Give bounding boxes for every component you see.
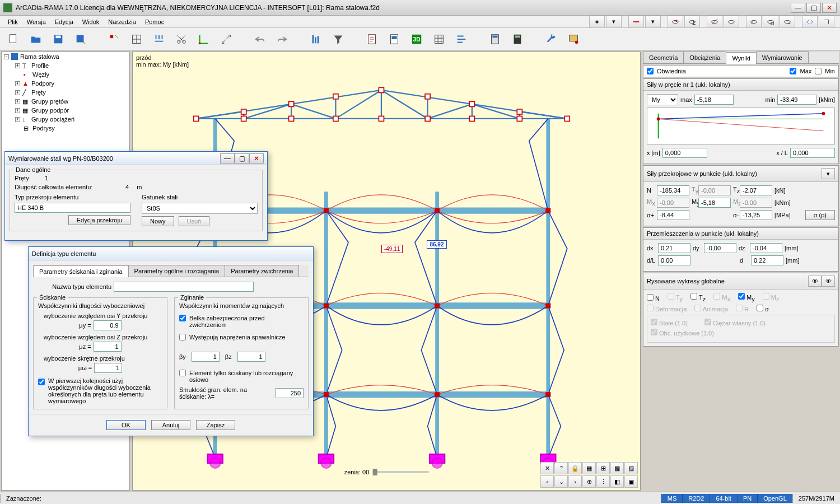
expand-icon[interactable]: + — [15, 63, 20, 68]
nav-full-icon[interactable]: ▣ — [624, 475, 638, 488]
menu-narzedzia[interactable]: Narzędzia — [104, 17, 141, 27]
view-eye-slash-icon[interactable] — [707, 16, 722, 28]
nav-target-icon[interactable]: ⊕ — [582, 475, 596, 488]
expand-icon[interactable]: + — [15, 117, 20, 122]
xl-input[interactable] — [790, 148, 835, 158]
nowy-button[interactable]: Nowy — [142, 216, 174, 226]
d-input[interactable] — [751, 255, 783, 265]
obwiednia-checkbox[interactable] — [647, 68, 654, 74]
view-eye-n-icon[interactable] — [724, 16, 739, 28]
dL-input[interactable] — [658, 255, 690, 265]
view-dim-dropdown[interactable]: ▾ — [645, 16, 661, 28]
grid-icon[interactable] — [128, 30, 146, 48]
tab-wymiarowanie[interactable]: Wymiarowanie — [756, 52, 809, 63]
menu-plik[interactable]: Plik — [3, 17, 22, 27]
tree-item-prety[interactable]: +╱Pręty — [2, 88, 129, 97]
My-input[interactable] — [698, 198, 731, 208]
expand-icon[interactable]: + — [15, 108, 20, 113]
new-file-icon[interactable] — [4, 30, 22, 48]
view-eye-grid-icon[interactable] — [763, 16, 778, 28]
tree-root[interactable]: - Rama stalowa — [2, 52, 129, 61]
osiowo-checkbox[interactable]: Element tylko ściskany lub rozciągany os… — [179, 370, 304, 383]
analysis-icon[interactable] — [307, 30, 325, 48]
mu-z-input[interactable] — [94, 342, 122, 352]
nav-grid3-icon[interactable]: ▩ — [610, 462, 624, 474]
tab-geometria[interactable]: Geometria — [643, 52, 684, 63]
view-expand-icon[interactable] — [802, 16, 818, 28]
Tz-input[interactable] — [740, 185, 772, 195]
dlg2-tab-2[interactable]: Parametry zwichrzenia — [225, 265, 299, 277]
expand-icon[interactable]: - — [4, 54, 9, 59]
menu-widok[interactable]: Widok — [78, 17, 104, 27]
zoom-track[interactable] — [372, 471, 428, 473]
max-input[interactable] — [694, 95, 734, 105]
loads-icon[interactable] — [150, 30, 168, 48]
mu-y-input[interactable] — [94, 320, 122, 330]
edycja-przekroju-button[interactable]: Edycja przekroju — [68, 215, 130, 225]
view-node-dropdown[interactable]: ▾ — [606, 16, 622, 28]
min-input[interactable] — [777, 95, 816, 105]
add-node-icon[interactable] — [105, 30, 123, 48]
view-dim-icon[interactable] — [628, 16, 644, 28]
priority-checkbox[interactable]: W pierwszej kolejności użyj współczynnik… — [38, 377, 162, 404]
tab-obciazenia[interactable]: Obciążenia — [683, 52, 726, 63]
menu-wersja[interactable]: Wersja — [22, 17, 50, 27]
filter-icon[interactable] — [329, 30, 347, 48]
zoom-slider[interactable]: zenia: 00 — [344, 469, 429, 475]
nav-sq-icon[interactable]: ◧ — [610, 475, 624, 488]
nav-up-icon[interactable]: ⌃ — [554, 462, 568, 474]
sigma-plus-input[interactable] — [657, 210, 689, 220]
3d-icon[interactable]: 3D — [408, 30, 426, 48]
nav-lock-icon[interactable]: 🔒 — [568, 462, 582, 474]
panel-collapse-button[interactable]: ▾ — [822, 168, 835, 179]
anuluj-button[interactable]: Anuluj — [151, 420, 190, 430]
sigma-p-button[interactable]: σ (p) — [805, 210, 835, 220]
belka-zab-checkbox[interactable]: Belka zabezpieczona przed zwichrzeniem — [179, 315, 304, 328]
tab-wyniki[interactable]: Wyniki — [726, 52, 756, 64]
view-eye-blue-icon[interactable] — [746, 16, 762, 28]
typ-przekroju-input[interactable] — [15, 203, 130, 213]
nav-right-icon[interactable]: › — [568, 475, 582, 488]
menu-edycja[interactable]: Edycja — [50, 17, 78, 27]
zapisz-button[interactable]: Zapisz — [196, 420, 235, 430]
props-icon[interactable] — [564, 30, 582, 48]
min-checkbox[interactable] — [815, 68, 822, 74]
menu-pomoc[interactable]: Pomoc — [141, 17, 169, 27]
nazwa-typu-input[interactable] — [114, 282, 254, 292]
dialog1-minimize[interactable]: — — [220, 153, 235, 164]
view-node-icon[interactable] — [589, 16, 605, 28]
max-checkbox[interactable] — [790, 68, 796, 74]
dy-input[interactable] — [704, 243, 736, 253]
dialog1-maximize[interactable]: ▢ — [235, 153, 249, 164]
view-eye-red-icon[interactable] — [668, 16, 683, 28]
mu-w-input[interactable] — [94, 363, 122, 373]
nav-grid2-icon[interactable]: ⊞ — [596, 462, 610, 474]
save-as-icon[interactable] — [72, 30, 90, 48]
xm-input[interactable] — [662, 148, 707, 158]
maximize-button[interactable]: ▢ — [806, 3, 821, 13]
wykresy-eye1-button[interactable]: 👁 — [808, 276, 822, 287]
sigma-minus-input[interactable] — [740, 210, 772, 220]
dlg2-tab-0[interactable]: Parametry ściskania i zginania — [33, 265, 129, 277]
report2-icon[interactable] — [385, 30, 403, 48]
view-eye-11-icon[interactable]: 11 — [684, 16, 700, 28]
expand-icon[interactable]: + — [15, 81, 20, 86]
save-file-icon[interactable] — [49, 30, 67, 48]
ok-button[interactable]: OK — [106, 420, 146, 430]
zoom-knob[interactable] — [372, 469, 377, 475]
chk-Tz[interactable]: Tz — [690, 293, 706, 302]
napr-checkbox[interactable]: Występują naprężenia spawalnicze — [179, 334, 304, 340]
bz-input[interactable] — [237, 352, 265, 362]
by-input[interactable] — [192, 352, 220, 362]
calc1-icon[interactable] — [486, 30, 504, 48]
nav-dots-icon[interactable]: ⋮ — [596, 475, 610, 488]
dx-input[interactable] — [658, 243, 690, 253]
tree-item-grupy-obciazen[interactable]: +↓Grupy obciążeń — [2, 115, 129, 124]
dialog1-close[interactable]: ✕ — [249, 153, 264, 164]
chk-My[interactable]: My — [738, 293, 755, 302]
tree-item-profile[interactable]: +⌶Profile — [2, 61, 129, 70]
chk-N[interactable]: N — [647, 294, 660, 302]
wykresy-eye2-button[interactable]: 👁 — [822, 276, 835, 287]
tree-item-podrysy[interactable]: ⊞Podrysy — [2, 124, 129, 133]
dz-input[interactable] — [750, 243, 782, 253]
